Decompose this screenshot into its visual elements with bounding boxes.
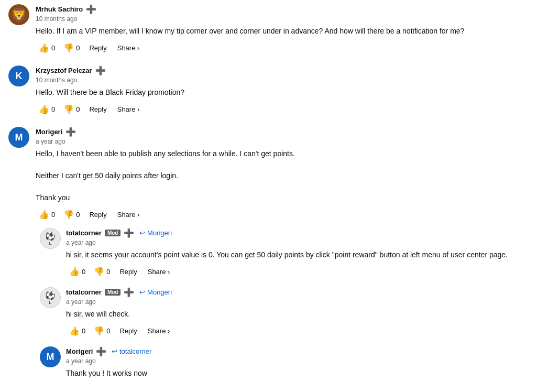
username: totalcorner	[66, 229, 102, 237]
dislike-count: 0	[76, 44, 80, 52]
comment-actions: 👍 0 👎 0 Reply Share ›	[36, 208, 529, 222]
comment-body: Mrhuk Sachiro ➕ 10 months ago Hello. If …	[36, 4, 529, 55]
comment-actions: 👍 0 👎 0 Reply Share ›	[66, 324, 529, 338]
timestamp: 10 months ago	[36, 15, 529, 23]
share-button[interactable]: Share ›	[113, 103, 144, 115]
share-button[interactable]: Share ›	[113, 42, 144, 54]
like-button[interactable]: 👍 0	[36, 41, 58, 55]
thumbs-down-icon: 👎	[94, 326, 104, 336]
username: Krzysztof Pelczar	[36, 67, 92, 74]
comment-header: Krzysztof Pelczar ➕	[36, 66, 529, 75]
dislike-button[interactable]: 👎 0	[60, 102, 83, 116]
like-button[interactable]: 👍 0	[66, 324, 89, 338]
avatar: K	[8, 66, 29, 86]
dislike-button[interactable]: 👎 0	[91, 265, 113, 279]
comment-header: Morigeri ➕ ↩ totalcorner	[66, 346, 529, 356]
mod-badge: Mod	[105, 289, 121, 296]
comment-actions: 👍 0 👎 0 Reply Share ›	[36, 41, 529, 55]
dislike-button[interactable]: 👎 0	[91, 324, 113, 338]
avatar-letter: M	[47, 352, 54, 363]
comment-text: Hello. Will there be a Black Friday prom…	[36, 87, 529, 98]
avatar-image: 🦁	[10, 7, 27, 23]
timestamp: a year ago	[66, 357, 529, 365]
soccer-ball-icon: ⚽	[45, 290, 56, 300]
dislike-count: 0	[76, 211, 80, 219]
thumbs-down-icon: 👎	[94, 267, 104, 277]
comment-body: Krzysztof Pelczar ➕ 10 months ago Hello.…	[36, 66, 529, 116]
dislike-button[interactable]: 👎 0	[60, 208, 83, 222]
thumbs-up-icon: 👍	[39, 210, 49, 220]
comment-text: hi sir, it seems your account's point va…	[66, 249, 529, 260]
timestamp: 10 months ago	[36, 77, 529, 84]
subscribe-icon[interactable]: ➕	[95, 66, 106, 75]
reply-item: M Morigeri ➕ ↩ totalcorner a year ago Th…	[40, 346, 529, 383]
subscribe-icon[interactable]: ➕	[96, 346, 106, 356]
thumbs-up-icon: 👍	[39, 104, 49, 114]
dislike-count: 0	[76, 105, 80, 113]
like-button[interactable]: 👍 0	[66, 265, 89, 279]
reply-button[interactable]: Reply	[115, 266, 141, 278]
comment-actions: 👍 0 👎 0 Reply Share ›	[36, 102, 529, 116]
comment-header: Mrhuk Sachiro ➕	[36, 4, 529, 14]
reply-button[interactable]: Reply	[115, 325, 141, 337]
comment-body: Morigeri ➕ a year ago Hello, I haven't b…	[36, 127, 529, 391]
comment-thread: 🦁 Mrhuk Sachiro ➕ 10 months ago Hello. I…	[0, 4, 537, 391]
subscribe-icon[interactable]: ➕	[124, 287, 134, 297]
dislike-button[interactable]: 👎 0	[60, 41, 83, 55]
avatar: M	[8, 127, 29, 148]
like-button[interactable]: 👍 0	[36, 102, 58, 116]
reply-item: ⚽ L totalcorner Mod ➕ ↩ Morigeri a year …	[40, 287, 529, 338]
mod-badge: Mod	[105, 230, 121, 236]
subscribe-icon[interactable]: ➕	[65, 127, 76, 137]
timestamp: a year ago	[36, 138, 529, 145]
username: Morigeri	[66, 347, 93, 355]
timestamp: a year ago	[66, 298, 529, 306]
comment-item: K Krzysztof Pelczar ➕ 10 months ago Hell…	[8, 66, 529, 116]
replies-section: ⚽ L totalcorner Mod ➕ ↩ Morigeri a year …	[36, 228, 529, 383]
comment-item: 🦁 Mrhuk Sachiro ➕ 10 months ago Hello. I…	[8, 4, 529, 55]
comment-header: totalcorner Mod ➕ ↩ Morigeri	[66, 287, 529, 297]
reply-button[interactable]: Reply	[85, 103, 111, 115]
like-count: 0	[51, 105, 55, 113]
username: Mrhuk Sachiro	[36, 5, 83, 13]
avatar-letter: K	[16, 71, 23, 82]
soccer-ball-icon: ⚽	[45, 231, 56, 241]
comment-text: Thank you ! It works now	[66, 368, 529, 379]
reply-body: Morigeri ➕ ↩ totalcorner a year ago Than…	[66, 346, 529, 383]
thumbs-down-icon: 👎	[63, 210, 74, 220]
avatar-label: L	[49, 241, 52, 246]
like-count: 0	[82, 327, 85, 335]
comment-text: Hello, I haven't been able to publish an…	[36, 148, 529, 203]
share-button[interactable]: Share ›	[144, 325, 174, 337]
subscribe-icon[interactable]: ➕	[124, 228, 134, 238]
avatar: ⚽ L	[40, 287, 61, 308]
like-count: 0	[51, 44, 55, 52]
thumbs-up-icon: 👍	[69, 326, 80, 336]
avatar: ⚽ L	[40, 228, 61, 249]
like-button[interactable]: 👍 0	[36, 208, 58, 222]
thumbs-down-icon: 👎	[63, 43, 74, 53]
comment-text: Hello. If I am a VIP member, will I know…	[36, 26, 529, 37]
thumbs-up-icon: 👍	[69, 267, 80, 277]
reply-to: ↩ Morigeri	[139, 229, 172, 237]
share-button[interactable]: Share ›	[144, 266, 174, 278]
comment-header: Morigeri ➕	[36, 127, 529, 137]
reply-button[interactable]: Reply	[85, 209, 111, 221]
comment-actions: 👍 0 👎 0 Reply Share ›	[66, 265, 529, 279]
reply-body: totalcorner Mod ➕ ↩ Morigeri a year ago …	[66, 228, 529, 279]
timestamp: a year ago	[66, 239, 529, 246]
reply-to: ↩ Morigeri	[139, 288, 172, 296]
reply-body: totalcorner Mod ➕ ↩ Morigeri a year ago …	[66, 287, 529, 338]
comment-header: totalcorner Mod ➕ ↩ Morigeri	[66, 228, 529, 238]
like-count: 0	[51, 211, 55, 219]
thumbs-down-icon: 👎	[63, 104, 74, 114]
comment-text: hi sir, we will check.	[66, 309, 529, 320]
share-button[interactable]: Share ›	[113, 209, 144, 221]
reply-item: ⚽ L totalcorner Mod ➕ ↩ Morigeri a year …	[40, 228, 529, 279]
reply-button[interactable]: Reply	[85, 42, 111, 54]
avatar: M	[40, 346, 61, 367]
avatar-letter: M	[15, 132, 23, 143]
subscribe-icon[interactable]: ➕	[86, 4, 96, 14]
username: totalcorner	[66, 288, 102, 296]
avatar-label: L	[49, 300, 52, 305]
